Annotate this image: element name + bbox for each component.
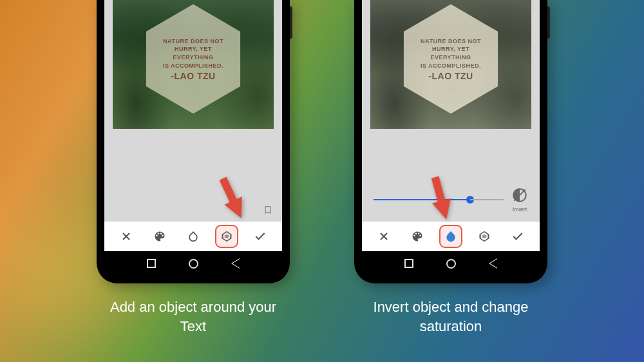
quote-line: IS ACCOMPLISHED. [163, 61, 223, 70]
saturation-button[interactable] [183, 226, 204, 247]
highlight-indicator [215, 225, 238, 248]
background-image: NATURE DOES NOT HURRY, YET EVERYTHING IS… [370, 0, 531, 129]
recents-button[interactable] [404, 259, 413, 268]
quote-line: NATURE DOES NOT [421, 37, 481, 45]
confirm-button[interactable] [250, 226, 270, 247]
saturation-button[interactable] [440, 226, 461, 247]
editor-canvas[interactable]: NATURE DOES NOT HURRY, YET EVERYTHING IS… [104, 0, 282, 140]
quote-author: -LAO TZU [171, 71, 215, 81]
bottom-toolbar [362, 222, 540, 251]
quote-line: IS ACCOMPLISHED. [421, 61, 481, 70]
close-button[interactable] [374, 226, 394, 247]
bottom-toolbar [104, 222, 282, 251]
caption-right: Invert object and change saturation [354, 298, 547, 336]
bookmark-icon[interactable] [263, 205, 273, 215]
back-button[interactable] [489, 258, 497, 269]
close-button[interactable] [116, 226, 137, 247]
caption-left: Add an object around your Text [97, 298, 290, 336]
confirm-button[interactable] [507, 226, 528, 247]
palette-button[interactable] [407, 226, 428, 247]
phone-mockup-right: NATURE DOES NOT HURRY, YET EVERYTHING IS… [354, 0, 547, 283]
app-screen: NATURE DOES NOT HURRY, YET EVERYTHING IS… [104, 0, 282, 251]
slider-thumb[interactable] [466, 196, 474, 204]
background-image: NATURE DOES NOT HURRY, YET EVERYTHING IS… [113, 0, 274, 129]
editor-blank-area [104, 140, 282, 222]
quote-author: -LAO TZU [428, 71, 473, 81]
shape-button[interactable] [474, 226, 495, 247]
invert-button[interactable]: Invert [511, 187, 528, 213]
home-button[interactable] [189, 259, 198, 269]
back-button[interactable] [231, 258, 240, 269]
recents-button[interactable] [147, 259, 156, 268]
quote-line: HURRY, YET EVERYTHING [155, 45, 232, 61]
android-navbar [104, 251, 282, 276]
highlight-indicator [439, 225, 462, 248]
editor-canvas[interactable]: NATURE DOES NOT HURRY, YET EVERYTHING IS… [362, 0, 540, 140]
invert-label: Invert [513, 206, 527, 213]
palette-button[interactable] [149, 226, 170, 247]
quote-line: HURRY, YET EVERYTHING [412, 45, 489, 61]
android-navbar [362, 251, 540, 276]
shape-button[interactable] [216, 226, 237, 247]
phone-mockup-left: NATURE DOES NOT HURRY, YET EVERYTHING IS… [97, 0, 290, 283]
home-button[interactable] [446, 259, 456, 269]
pointer-arrow-icon [213, 169, 251, 220]
quote-line: NATURE DOES NOT [163, 37, 223, 45]
